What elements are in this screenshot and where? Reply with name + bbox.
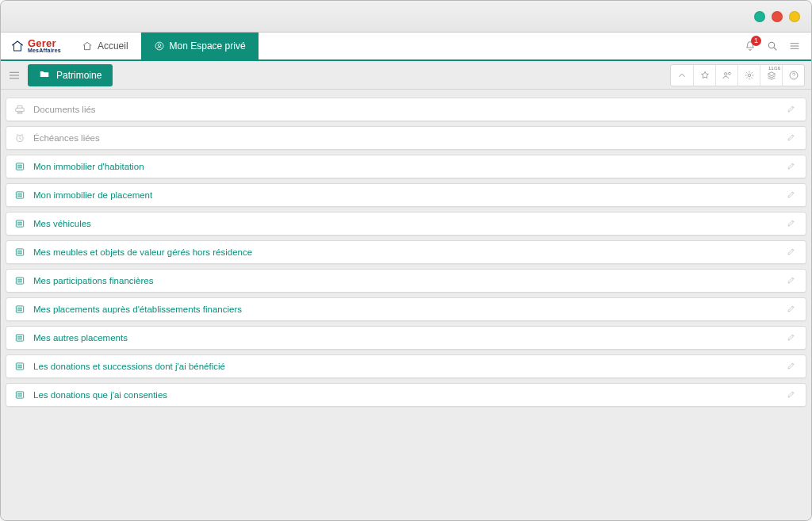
list-icon: [14, 275, 25, 286]
edit-button[interactable]: [787, 104, 798, 115]
tab-private-space[interactable]: Mon Espace privé: [141, 33, 259, 59]
section-row-label: Les donations que j'ai consenties: [33, 390, 167, 400]
search-icon: [766, 40, 779, 52]
notifications-button[interactable]: 1: [743, 39, 757, 53]
edit-button[interactable]: [787, 190, 798, 201]
tool-share[interactable]: [715, 65, 737, 86]
brand-logo-icon: [10, 39, 25, 53]
section-row-label: Échéances liées: [33, 133, 100, 143]
tool-collapse-up[interactable]: [671, 65, 693, 86]
section-row[interactable]: Mes véhicules: [6, 212, 806, 236]
svg-point-4: [728, 72, 730, 75]
tab-private-label: Mon Espace privé: [170, 40, 246, 52]
content-area: Documents liésÉchéances liéesMon immobil…: [1, 90, 811, 520]
notification-count: 1: [751, 36, 761, 46]
section-row[interactable]: Mes autres placements: [6, 326, 806, 350]
svg-point-0: [155, 42, 163, 50]
svg-point-5: [748, 74, 751, 77]
folder-icon: [39, 68, 50, 82]
svg-point-2: [768, 42, 774, 48]
section-row[interactable]: Les donations et successions dont j'ai b…: [6, 354, 806, 378]
section-row-label: Mes meubles et objets de valeur gérés ho…: [33, 247, 252, 257]
topbar: Gerer MesAffaires Accueil Mon Espace pri…: [1, 33, 811, 61]
tool-favorite[interactable]: [693, 65, 715, 86]
brand-text: Gerer MesAffaires: [28, 39, 61, 54]
list-icon: [14, 218, 25, 229]
section-row[interactable]: Mes placements auprès d'établissements f…: [6, 297, 806, 321]
list-icon: [14, 247, 25, 258]
tab-home-label: Accueil: [98, 40, 128, 52]
titlebar: [1, 1, 811, 33]
list-icon: [14, 361, 25, 372]
edit-button[interactable]: [787, 247, 798, 258]
tool-counter: 11/16: [768, 66, 780, 71]
brand-sub: MesAffaires: [28, 48, 61, 54]
section-row[interactable]: Mon immobilier d'habitation: [6, 155, 806, 178]
search-button[interactable]: [765, 39, 779, 53]
section-row-label: Les donations et successions dont j'ai b…: [33, 362, 225, 371]
edit-button[interactable]: [787, 304, 798, 315]
sidebar-toggle-button[interactable]: [7, 68, 21, 82]
edit-button[interactable]: [787, 218, 798, 229]
chevron-up-icon: [676, 70, 688, 81]
section-row-label: Mes véhicules: [33, 219, 91, 228]
tool-stack[interactable]: 11/16: [760, 65, 782, 86]
clock-icon: [14, 132, 25, 144]
section-row[interactable]: Mon immobilier de placement: [6, 183, 806, 207]
user-circle-icon: [154, 40, 165, 52]
edit-button[interactable]: [787, 161, 798, 172]
section-row[interactable]: Les donations que j'ai consenties: [6, 383, 806, 407]
section-row-label: Mon immobilier d'habitation: [33, 162, 144, 171]
edit-button[interactable]: [787, 361, 798, 372]
list-icon: [14, 389, 25, 400]
section-row-label: Mes autres placements: [33, 333, 128, 343]
section-row-label: Mes participations financières: [33, 276, 154, 285]
home-icon: [82, 40, 93, 52]
stack-icon: [766, 70, 777, 81]
help-icon: [788, 70, 799, 81]
context-pill-label: Patrimoine: [56, 70, 102, 81]
app-window: Gerer MesAffaires Accueil Mon Espace pri…: [0, 0, 812, 521]
window-max-icon[interactable]: [789, 11, 800, 22]
section-row[interactable]: Échéances liées: [6, 126, 806, 150]
hamburger-icon: [788, 40, 801, 52]
brand-main: Gerer: [28, 39, 61, 48]
window-min-icon[interactable]: [754, 11, 765, 22]
context-pill-patrimoine[interactable]: Patrimoine: [28, 64, 113, 86]
svg-point-1: [158, 44, 161, 47]
edit-button[interactable]: [787, 132, 798, 144]
brand-logo[interactable]: Gerer MesAffaires: [1, 33, 69, 59]
toolbar: 11/16: [670, 64, 805, 86]
tool-settings[interactable]: [737, 65, 760, 86]
edit-button[interactable]: [787, 389, 798, 400]
section-row-label: Documents liés: [33, 105, 96, 114]
section-row[interactable]: Mes meubles et objets de valeur gérés ho…: [6, 240, 806, 264]
users-icon: [722, 70, 733, 81]
list-icon: [14, 332, 25, 343]
menu-button[interactable]: [787, 39, 802, 53]
section-row-label: Mon immobilier de placement: [33, 190, 152, 200]
tool-help[interactable]: [782, 65, 804, 86]
subheader: Patrimoine 11/16: [1, 61, 811, 90]
list-icon: [14, 161, 25, 172]
list-icon: [14, 190, 25, 201]
list-icon: [14, 304, 25, 315]
edit-button[interactable]: [787, 275, 798, 286]
top-actions: 1: [733, 33, 811, 59]
hamburger-icon: [7, 68, 21, 82]
edit-button[interactable]: [787, 332, 798, 343]
section-row[interactable]: Documents liés: [6, 98, 806, 121]
tab-home[interactable]: Accueil: [69, 33, 141, 59]
section-row-label: Mes placements auprès d'établissements f…: [33, 305, 242, 314]
svg-point-3: [724, 72, 727, 75]
star-icon: [699, 70, 710, 81]
window-close-icon[interactable]: [772, 11, 783, 22]
gear-icon: [744, 70, 755, 81]
section-row[interactable]: Mes participations financières: [6, 269, 806, 293]
printer-icon: [14, 104, 25, 115]
